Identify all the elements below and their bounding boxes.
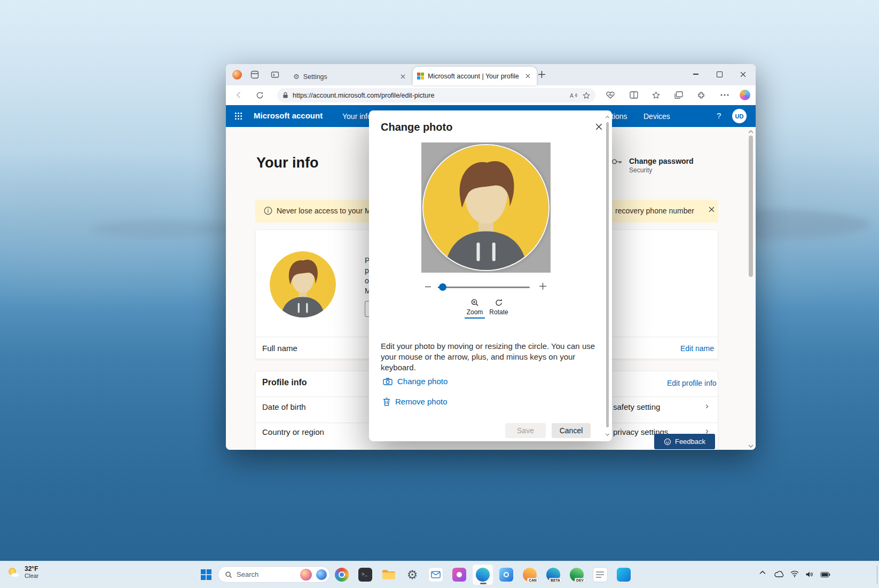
nav-your-info[interactable]: Your info <box>342 112 372 121</box>
show-desktop-edge[interactable] <box>877 566 877 584</box>
zoom-in-plus-icon[interactable] <box>538 282 547 291</box>
app-launcher-waffle-icon[interactable] <box>234 112 242 120</box>
favorites-icon[interactable] <box>652 91 660 99</box>
taskbar-edge-beta[interactable]: BETA <box>543 564 564 585</box>
scroll-down-icon[interactable] <box>606 433 609 436</box>
running-indicator <box>480 583 486 584</box>
feedback-label: Feedback <box>675 438 705 446</box>
desktop: ⚙ Settings Microsoft account | Your prof… <box>0 0 879 588</box>
tab-microsoft-account[interactable]: Microsoft account | Your profile <box>413 67 537 85</box>
taskbar-paint[interactable] <box>449 564 470 585</box>
tray-chevron-up-icon[interactable] <box>759 570 766 575</box>
taskbar-edge-active[interactable] <box>472 564 493 585</box>
taskbar-app-dark[interactable]: >_ <box>355 564 376 585</box>
refresh-icon[interactable] <box>256 91 264 99</box>
browser-toolbar: https://account.microsoft.com/profile/ed… <box>226 85 756 106</box>
tab-close-icon[interactable] <box>523 71 532 81</box>
taskbar-file-explorer[interactable] <box>378 564 399 585</box>
save-button[interactable]: Save <box>505 423 546 438</box>
tab-actions-icon[interactable] <box>271 70 279 79</box>
new-tab-icon[interactable] <box>538 70 546 78</box>
tab-label: Microsoft account | Your profile <box>428 73 519 80</box>
zoom-out-minus-icon[interactable] <box>425 283 431 290</box>
tray-volume-icon[interactable] <box>805 571 814 578</box>
change-password-link[interactable]: Change password <box>629 157 694 165</box>
close-window-button[interactable] <box>731 64 755 84</box>
weather-widget[interactable]: 32°F Clear <box>5 565 38 579</box>
change-photo-label: Change photo <box>397 377 448 386</box>
svg-text:A: A <box>570 93 574 99</box>
tab-close-icon[interactable] <box>398 72 407 82</box>
rotate-mode-button[interactable]: Rotate <box>486 298 511 316</box>
search-highlight-icon[interactable] <box>300 569 312 581</box>
edit-profile-info-link[interactable]: Edit profile info <box>667 379 717 387</box>
scroll-up-icon[interactable] <box>749 130 753 133</box>
browser-essentials-icon[interactable] <box>606 91 615 99</box>
taskbar-edge-canary[interactable]: CAN <box>519 564 540 585</box>
cancel-button[interactable]: Cancel <box>552 423 591 438</box>
rotate-mode-label: Rotate <box>486 308 511 316</box>
sun-weather-icon <box>5 565 20 579</box>
taskbar-notepad[interactable] <box>590 564 611 585</box>
feedback-button[interactable]: Feedback <box>654 434 715 449</box>
scroll-down-icon[interactable] <box>749 444 753 448</box>
settings-more-icon[interactable] <box>720 94 729 96</box>
start-button[interactable] <box>195 564 217 585</box>
maximize-button[interactable] <box>708 64 731 84</box>
dialog-title: Change photo <box>381 121 452 133</box>
extensions-icon[interactable] <box>697 91 705 99</box>
taskbar-settings[interactable]: ⚙ <box>402 564 423 585</box>
scrollbar-thumb[interactable] <box>606 122 609 427</box>
browser-window: ⚙ Settings Microsoft account | Your prof… <box>226 64 756 450</box>
nav-devices[interactable]: Devices <box>643 112 670 121</box>
copilot-icon[interactable] <box>740 90 750 100</box>
tab-strip: ⚙ Settings Microsoft account | Your prof… <box>226 64 756 85</box>
safety-setting-link[interactable]: safety setting <box>613 402 660 411</box>
dialog-instructions: Edit your photo by moving or resizing th… <box>381 341 597 372</box>
tray-wifi-icon[interactable] <box>790 570 799 577</box>
photo-crop-circle[interactable] <box>422 144 550 271</box>
taskbar-app-blue[interactable] <box>613 564 634 585</box>
help-button[interactable]: ? <box>717 111 721 120</box>
magnifier-plus-icon <box>470 298 479 307</box>
scrollbar-thumb[interactable] <box>749 136 753 277</box>
collections-icon[interactable] <box>674 91 683 99</box>
search-highlight-icon-2[interactable] <box>316 569 327 580</box>
add-favorite-star-icon[interactable] <box>583 92 590 99</box>
zoom-slider-thumb[interactable] <box>439 283 446 291</box>
zoom-slider-track[interactable] <box>438 287 530 288</box>
page-scrollbar[interactable] <box>748 129 754 450</box>
photo-crop-preview[interactable] <box>421 142 551 273</box>
account-avatar-badge[interactable]: UD <box>732 109 747 123</box>
taskbar-mail[interactable] <box>425 564 446 585</box>
change-photo-link[interactable]: Change photo <box>383 377 448 386</box>
back-icon[interactable] <box>234 91 243 99</box>
address-bar[interactable]: https://account.microsoft.com/profile/ed… <box>277 88 595 102</box>
taskbar-photos[interactable] <box>496 564 517 585</box>
minimize-button[interactable] <box>684 64 708 84</box>
folder-icon <box>382 569 396 581</box>
remove-photo-link[interactable]: Remove photo <box>383 397 448 406</box>
nav-subscriptions-partial[interactable]: tions <box>611 112 627 121</box>
browser-profile-avatar[interactable] <box>232 70 242 80</box>
read-aloud-icon[interactable]: A <box>570 92 578 99</box>
dialog-scrollbar[interactable] <box>605 114 610 438</box>
zoom-mode-button[interactable]: Zoom <box>462 298 487 319</box>
site-brand[interactable]: Microsoft account <box>254 111 323 120</box>
tray-battery-icon[interactable] <box>820 572 830 577</box>
dialog-close-icon[interactable] <box>595 123 602 130</box>
edit-name-link[interactable]: Edit name <box>680 344 714 353</box>
remove-photo-label: Remove photo <box>395 397 448 406</box>
tab-settings[interactable]: ⚙ Settings <box>289 68 412 85</box>
scroll-up-icon[interactable] <box>606 116 609 118</box>
taskbar-search[interactable]: Search <box>218 566 330 583</box>
tray-cloud-icon[interactable] <box>774 571 784 577</box>
taskbar-edge-dev[interactable]: DEV <box>566 564 587 585</box>
page-content: Microsoft account Your info tions Device… <box>226 105 756 450</box>
banner-close-icon[interactable] <box>709 206 715 212</box>
chevron-right-icon[interactable]: › <box>705 401 709 411</box>
tab-label: Settings <box>303 73 394 81</box>
split-screen-icon[interactable] <box>630 91 638 99</box>
workspaces-icon[interactable] <box>250 70 259 79</box>
taskbar-app-browser[interactable] <box>331 564 352 585</box>
